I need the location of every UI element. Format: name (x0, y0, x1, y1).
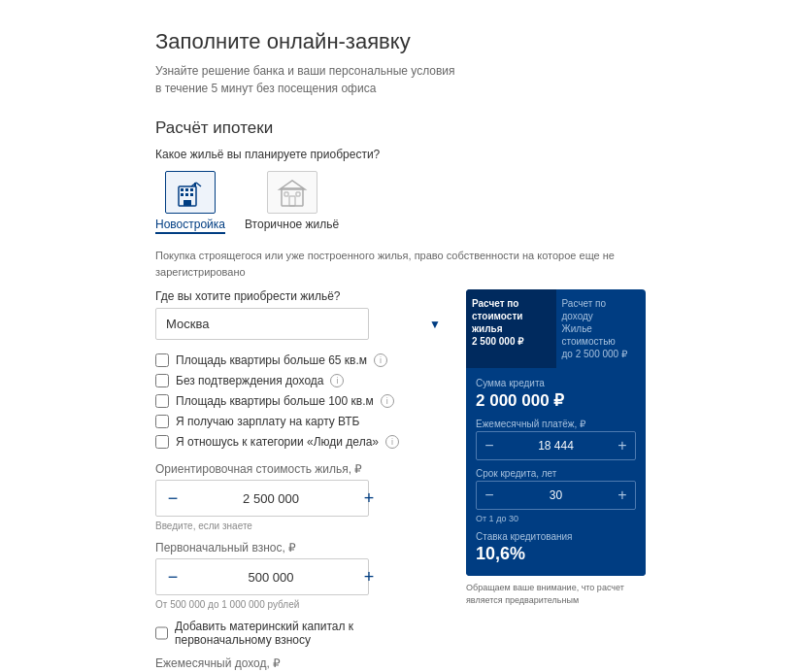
svg-rect-1 (181, 188, 184, 191)
checkboxes-area: Площадь квартиры больше 65 кв.м i Без по… (155, 353, 451, 449)
select-arrow-icon: ▼ (429, 318, 441, 331)
down-label: Первоначальный взнос, ₽ (155, 541, 451, 554)
svg-rect-13 (284, 192, 288, 196)
down-plus-button[interactable]: + (352, 559, 385, 594)
payment-minus-button[interactable]: − (477, 432, 502, 459)
down-value-input[interactable] (189, 570, 352, 585)
term-label: Срок кредита, лет (476, 468, 636, 479)
term-stepper: − 30 + (476, 481, 636, 510)
svg-line-9 (196, 183, 201, 186)
down-minus-button[interactable]: − (156, 559, 189, 594)
payment-stepper: − 18 444 + (476, 431, 636, 460)
checkbox-0[interactable] (155, 353, 169, 367)
property-type-new[interactable]: Новостройка (155, 171, 225, 234)
calc-tab-cost-line2: стоимости жилья (472, 311, 522, 334)
svg-rect-3 (190, 188, 193, 191)
calc-tab-income-line1: Расчет по доходу (562, 298, 607, 321)
svg-rect-10 (194, 183, 196, 186)
down-stepper: − + (155, 558, 369, 595)
payment-label: Ежемесячный платёж, ₽ (476, 419, 636, 429)
matcap-checkbox[interactable] (155, 626, 168, 640)
checkbox-row-4: Я отношусь к категории «Люди дела» i (155, 435, 451, 449)
main-title: Заполните онлайн-заявку (155, 29, 646, 54)
secondary-building-icon (267, 171, 317, 214)
svg-rect-7 (184, 200, 191, 206)
checkbox-row-1: Без подтверждения дохода i (155, 374, 451, 387)
calc-tab-income-line3: до 2 500 000 ₽ (562, 349, 627, 359)
income-label: Ежемесячный доход, ₽ (155, 656, 451, 670)
location-select-wrapper: Москва ▼ (155, 308, 451, 340)
content-row: Где вы хотите приобрести жильё? Москва ▼… (155, 289, 646, 672)
cost-label: Ориентировочная стоимость жилья, ₽ (155, 462, 451, 476)
calc-tab-cost[interactable]: Расчет по стоимости жилья 2 500 000 ₽ (466, 289, 556, 368)
left-column: Где вы хотите приобрести жильё? Москва ▼… (155, 289, 466, 672)
checkbox-3[interactable] (155, 415, 169, 428)
calc-card-body: Сумма кредита 2 000 000 ₽ Ежемесячный пл… (466, 368, 646, 576)
term-minus-button[interactable]: − (477, 482, 502, 509)
income-stepper-group: Ежемесячный доход, ₽ − + (155, 656, 451, 672)
cost-stepper: − + (155, 480, 369, 517)
secondary-building-label: Вторичное жильё (245, 218, 339, 231)
subtitle: Узнайте решение банка и ваши персональны… (155, 62, 646, 97)
calc-tab-income-line2: Жилье стоимостью (562, 323, 616, 347)
term-value: 30 (502, 488, 610, 502)
calc-tab-income[interactable]: Расчет по доходу Жилье стоимостью до 2 5… (556, 289, 647, 368)
svg-rect-2 (185, 188, 188, 191)
property-question: Какое жильё вы планируете приобрести? (155, 148, 646, 161)
svg-rect-15 (289, 196, 295, 206)
calc-tab-cost-line3: 2 500 000 ₽ (472, 336, 523, 347)
checkbox-label-2: Площадь квартиры больше 100 кв.м (176, 394, 374, 408)
property-type-secondary[interactable]: Вторичное жильё (245, 171, 339, 234)
cost-minus-button[interactable]: − (156, 481, 189, 516)
matcap-checkbox-label: Добавить материнский капитал к первонача… (175, 620, 451, 647)
property-desc: Покупка строящегося или уже построенного… (155, 248, 646, 280)
credit-label: Сумма кредита (476, 378, 636, 388)
info-icon-4[interactable]: i (385, 435, 399, 449)
info-icon-0[interactable]: i (374, 353, 387, 367)
svg-rect-4 (181, 193, 184, 196)
credit-value: 2 000 000 ₽ (476, 390, 636, 411)
checkbox-row-0: Площадь квартиры больше 65 кв.м i (155, 353, 451, 367)
cost-value-input[interactable] (189, 491, 352, 506)
calc-note: Обращаем ваше внимание, что расчет являе… (466, 582, 646, 606)
checkbox-label-3: Я получаю зарплату на карту ВТБ (176, 415, 360, 428)
checkbox-label-1: Без подтверждения дохода (176, 374, 323, 387)
checkbox-row-3: Я получаю зарплату на карту ВТБ (155, 415, 451, 428)
new-building-label: Новостройка (155, 218, 225, 234)
rate-label: Ставка кредитования (476, 531, 636, 542)
matcap-checkbox-row: Добавить материнский капитал к первонача… (155, 620, 451, 647)
location-question: Где вы хотите приобрести жильё? (155, 289, 451, 303)
svg-rect-6 (190, 193, 193, 196)
checkbox-2[interactable] (155, 394, 169, 408)
cost-stepper-group: Ориентировочная стоимость жилья, ₽ − + (155, 462, 451, 517)
checkbox-4[interactable] (155, 435, 169, 449)
calc-card: Расчет по стоимости жилья 2 500 000 ₽ Ра… (466, 289, 646, 576)
property-type-row: Новостройка Вторичное жильё (155, 171, 646, 234)
checkbox-label-4: Я отношусь к категории «Люди дела» (176, 435, 379, 449)
calc-card-header: Расчет по стоимости жилья 2 500 000 ₽ Ра… (466, 289, 646, 368)
cost-hint: Введите, если знаете (155, 521, 451, 531)
cost-plus-button[interactable]: + (352, 481, 385, 516)
location-select[interactable]: Москва (155, 308, 369, 340)
down-hint: От 500 000 до 1 000 000 рублей (155, 599, 451, 610)
page-container: Заполните онлайн-заявку Узнайте решение … (0, 0, 801, 672)
svg-rect-5 (185, 193, 188, 196)
svg-rect-14 (296, 192, 300, 196)
rate-value: 10,6% (476, 544, 636, 564)
checkbox-row-2: Площадь квартиры больше 100 кв.м i (155, 394, 451, 408)
calc-tab-cost-line1: Расчет по (472, 298, 518, 309)
checkbox-1[interactable] (155, 374, 169, 387)
section-title: Расчёт ипотеки (155, 118, 646, 138)
term-hint: От 1 до 30 (476, 514, 636, 523)
info-icon-1[interactable]: i (330, 374, 344, 387)
term-plus-button[interactable]: + (610, 482, 635, 509)
checkbox-label-0: Площадь квартиры больше 65 кв.м (176, 353, 367, 367)
new-building-icon (165, 171, 216, 214)
payment-plus-button[interactable]: + (610, 432, 635, 459)
payment-value: 18 444 (502, 439, 610, 453)
down-stepper-group: Первоначальный взнос, ₽ − + (155, 541, 451, 595)
info-icon-2[interactable]: i (381, 394, 394, 408)
svg-rect-11 (282, 188, 303, 206)
right-panel: Расчет по стоимости жилья 2 500 000 ₽ Ра… (466, 289, 646, 606)
